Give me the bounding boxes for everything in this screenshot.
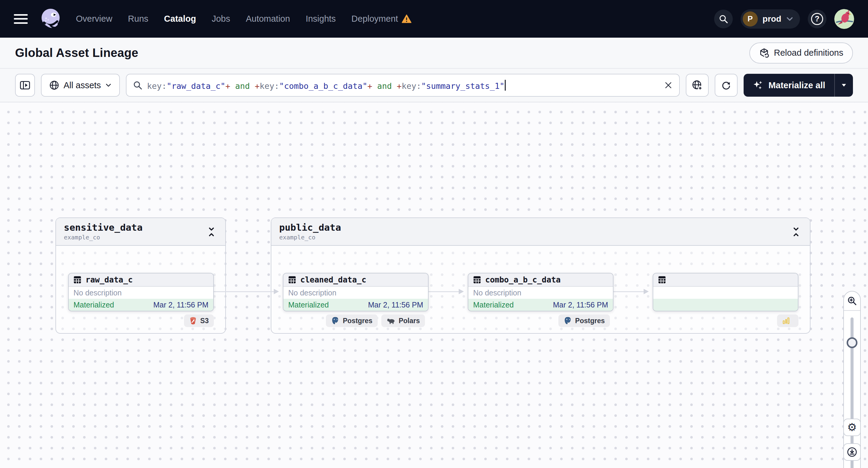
collapse-icon: [207, 227, 216, 237]
warning-icon: [402, 14, 411, 24]
lineage-canvas[interactable]: sensitive_data example_co public_data ex…: [0, 102, 868, 468]
tag-label: Postgres: [575, 317, 605, 325]
chevron-down-icon: [105, 83, 112, 87]
nav-item-automation[interactable]: Automation: [246, 14, 290, 24]
page-header: Global Asset Lineage Reload definitions: [0, 38, 868, 69]
group-header[interactable]: sensitive_data example_co: [56, 218, 225, 246]
group-header[interactable]: public_data example_co: [271, 218, 810, 246]
dagster-logo-icon[interactable]: [38, 7, 63, 31]
asset-tags: [653, 314, 799, 327]
zoom-in-button[interactable]: [844, 291, 860, 311]
download-icon: [847, 447, 857, 457]
chevron-down-icon: [786, 17, 793, 21]
s3-bucket-icon: [189, 316, 197, 325]
table-icon: [288, 276, 297, 284]
postgres-icon: [563, 316, 572, 325]
download-graph-button[interactable]: [843, 443, 861, 461]
nav-item-catalog[interactable]: Catalog: [164, 14, 196, 24]
top-nav: Overview Runs Catalog Jobs Automation In…: [0, 0, 868, 38]
nav-item-insights[interactable]: Insights: [306, 14, 336, 24]
group-name: public_data: [279, 222, 802, 233]
asset-node-raw-data-c[interactable]: raw_data_c No description Materialized M…: [68, 273, 214, 311]
kind-tag-s3[interactable]: S3: [184, 314, 214, 327]
deployment-name: prod: [763, 14, 781, 24]
collapse-group-button[interactable]: [790, 226, 802, 238]
kind-tag-polars[interactable]: Polars: [381, 314, 425, 327]
kind-tag-postgres[interactable]: Postgres: [558, 314, 610, 327]
asset-name: combo_a_b_c_data: [485, 275, 560, 284]
table-icon: [658, 276, 666, 284]
asset-node-cleaned-data-c[interactable]: cleaned_data_c No description Materializ…: [283, 273, 429, 311]
table-icon: [473, 276, 481, 284]
postgres-icon: [331, 316, 339, 325]
asset-scope-label: All assets: [64, 81, 101, 90]
lineage-edge: [614, 291, 648, 292]
deployment-avatar: P: [743, 11, 758, 27]
zoom-slider-thumb[interactable]: [847, 337, 858, 348]
view-global-lineage-button[interactable]: [686, 74, 709, 97]
close-icon: [664, 81, 672, 89]
bird-avatar-icon: [834, 9, 854, 29]
zoom-controls: [843, 291, 861, 468]
asset-name: raw_data_c: [86, 275, 133, 284]
caret-down-icon: [841, 83, 847, 87]
asset-description: No description: [283, 287, 428, 299]
panel-expand-icon: [20, 81, 30, 90]
refresh-button[interactable]: [715, 74, 738, 97]
asset-node-combo-a-b-c-data[interactable]: combo_a_b_c_data No description Material…: [468, 273, 614, 311]
tag-label: S3: [200, 317, 209, 325]
asset-description: [653, 287, 798, 299]
nav-item-overview[interactable]: Overview: [76, 14, 112, 24]
zoom-in-icon: [847, 296, 857, 306]
reload-definitions-button[interactable]: Reload definitions: [749, 42, 853, 64]
lineage-edge: [429, 291, 463, 292]
globe-plus-icon: [692, 80, 703, 91]
nav-item-deployment[interactable]: Deployment: [351, 14, 411, 24]
help-icon: ?: [811, 13, 823, 25]
collapse-icon: [792, 227, 801, 237]
materialize-all-split-button: Materialize all: [744, 74, 853, 97]
kind-tag-powerbi[interactable]: [777, 314, 799, 327]
page-title: Global Asset Lineage: [15, 46, 138, 60]
nav-item-jobs[interactable]: Jobs: [212, 14, 230, 24]
asset-node-summary-stats-1[interactable]: [653, 273, 799, 311]
nav-item-runs[interactable]: Runs: [128, 14, 149, 24]
refresh-icon: [721, 80, 731, 90]
polars-bear-icon: [386, 317, 396, 324]
asset-scope-dropdown[interactable]: All assets: [41, 74, 120, 97]
status-timestamp[interactable]: Mar 2, 11:56 PM: [368, 301, 423, 309]
status-badge: Materialized: [288, 301, 329, 309]
collapse-group-button[interactable]: [206, 226, 217, 238]
materialize-all-label: Materialize all: [768, 81, 825, 90]
asset-tags: Postgres Polars: [283, 314, 425, 327]
globe-icon: [50, 81, 59, 90]
reload-code-location-icon: [759, 48, 769, 58]
nav-items: Overview Runs Catalog Jobs Automation In…: [76, 14, 411, 24]
materialize-options-button[interactable]: [834, 74, 853, 97]
asset-tags: S3: [68, 314, 214, 327]
group-owner: example_co: [64, 234, 217, 241]
asset-selection-query[interactable]: key:"raw_data_c"+ and +key:"combo_a_b_c_…: [147, 80, 656, 91]
help-button[interactable]: ?: [808, 10, 827, 28]
search-icon: [133, 81, 142, 90]
group-name: sensitive_data: [64, 222, 217, 233]
open-sidebar-button[interactable]: [15, 74, 35, 97]
nav-right: P prod ?: [714, 9, 854, 29]
status-badge: Materialized: [73, 301, 114, 309]
graph-settings-button[interactable]: ⚙: [843, 418, 861, 436]
status-timestamp[interactable]: Mar 2, 11:56 PM: [553, 301, 608, 309]
asset-search-input[interactable]: key:"raw_data_c"+ and +key:"combo_a_b_c_…: [126, 74, 680, 97]
materialize-all-button[interactable]: Materialize all: [744, 74, 834, 97]
search-button[interactable]: [714, 10, 733, 28]
deployment-switcher[interactable]: P prod: [741, 9, 800, 29]
status-timestamp[interactable]: Mar 2, 11:56 PM: [153, 301, 209, 309]
kind-tag-postgres[interactable]: Postgres: [326, 314, 377, 327]
tag-label: Postgres: [343, 317, 372, 325]
asset-name: cleaned_data_c: [300, 275, 366, 284]
asset-tags: Postgres: [468, 314, 610, 327]
user-avatar[interactable]: [834, 9, 854, 29]
asset-description: No description: [69, 287, 213, 299]
menu-icon[interactable]: [14, 14, 28, 24]
reload-definitions-label: Reload definitions: [774, 48, 843, 58]
clear-search-button[interactable]: [661, 78, 676, 92]
